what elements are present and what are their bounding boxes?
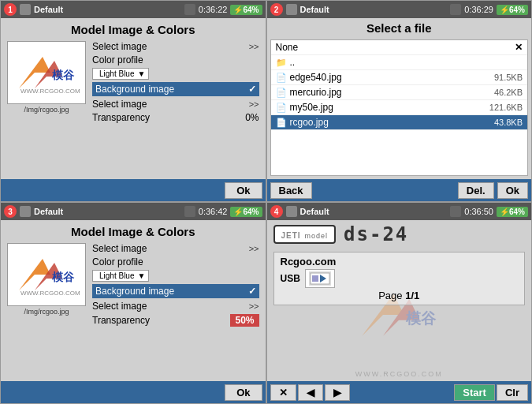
- status-icon-4: [286, 206, 297, 217]
- file-row-1[interactable]: 📄 mercurio.jpg 46.2KB: [271, 85, 528, 100]
- model-image-box-1: WWW.RCGOO.COM 模谷: [7, 41, 86, 104]
- bg-image-label-1: Background image: [95, 84, 174, 95]
- del-button[interactable]: Del.: [458, 182, 494, 199]
- transparency-value-1: 0%: [245, 112, 259, 123]
- model-img-path-3: /Img/rcgoo.jpg: [24, 308, 69, 316]
- svg-text:WWW.RCGOO.COM: WWW.RCGOO.COM: [20, 290, 80, 297]
- ok-button-2[interactable]: Ok: [497, 182, 528, 199]
- panel-4: 4 Default 0:36:50 ⚡64% JETI model ds-24: [266, 202, 533, 404]
- select-image-arrows-3[interactable]: >>: [249, 244, 259, 253]
- www-watermark: WWW.RCGOO.COM: [267, 370, 532, 378]
- folder-icon-1: 📁: [276, 58, 287, 68]
- bg-select-label-1: Select image: [92, 99, 147, 110]
- battery-4: ⚡64%: [497, 207, 528, 217]
- transparency-value-3[interactable]: 50%: [230, 314, 259, 327]
- bg-image-label-3: Background image: [95, 286, 174, 297]
- file-row-0[interactable]: 📄 edge540.jpg 91.5KB: [271, 70, 528, 85]
- status-bar-2: 2 Default 0:36:29 ⚡64%: [267, 1, 532, 18]
- panel3-content: Model Image & Colors WWW.RCGOO.COM 模谷 /I…: [1, 220, 266, 381]
- dropdown-arrow-3: ▼: [137, 271, 145, 280]
- usb-label: USB: [281, 273, 300, 284]
- none-row[interactable]: None ✕: [271, 40, 528, 55]
- panel2-content: Select a file None ✕ 📁 .. 📄 edge540.jpg …: [267, 18, 532, 179]
- ok-button-1[interactable]: Ok: [225, 182, 262, 199]
- bottom-bar-2: Back Del. Ok: [267, 179, 532, 201]
- status-square-3: [184, 206, 195, 217]
- clr-button[interactable]: Clr: [497, 384, 528, 401]
- bg-select-row-3: Select image >>: [92, 301, 259, 312]
- file-row-2[interactable]: 📄 my50e.jpg 121.6KB: [271, 100, 528, 115]
- jeti-sub: model: [305, 232, 329, 240]
- file-list: None ✕ 📁 .. 📄 edge540.jpg 91.5KB 📄 mercu…: [270, 39, 529, 176]
- color-profile-row-3: Color profile: [92, 256, 259, 267]
- bg-image-row-1[interactable]: Background image ✓: [92, 82, 259, 96]
- ok-button-3[interactable]: Ok: [225, 384, 262, 401]
- jeti-label: JETI: [281, 231, 301, 240]
- status-name-4: Default: [300, 207, 448, 216]
- battery-1: ⚡64%: [230, 5, 262, 15]
- transparency-row-3: Transparency 50%: [92, 314, 259, 327]
- arrow-left-button[interactable]: ◀: [298, 384, 323, 401]
- bg-image-check-1: ✓: [248, 84, 256, 95]
- ds24-label: ds-24: [344, 223, 408, 245]
- panel-3: 3 Default 0:36:42 ⚡64% Model Image & Col…: [0, 202, 266, 404]
- status-name-3: Default: [34, 207, 181, 216]
- svg-text:WWW.RCGOO.COM: WWW.RCGOO.COM: [20, 88, 80, 95]
- close-icon[interactable]: ✕: [515, 42, 523, 53]
- select-image-arrows-1[interactable]: >>: [249, 42, 259, 51]
- dropdown-arrow-1: ▼: [137, 69, 145, 78]
- svg-text:模谷: 模谷: [51, 69, 75, 81]
- panel-2: 2 Default 0:36:29 ⚡64% Select a file Non…: [266, 0, 533, 202]
- back-button[interactable]: Back: [270, 182, 312, 199]
- status-bar-4: 4 Default 0:36:50 ⚡64%: [267, 203, 532, 220]
- status-icon-1: [20, 4, 31, 15]
- panel-number-2: 2: [270, 3, 283, 16]
- model-img-path-1: /Img/rcgoo.jpg: [24, 106, 69, 114]
- bg-select-arrows-1[interactable]: >>: [249, 99, 259, 109]
- panel-number-3: 3: [4, 205, 17, 218]
- status-time-4: 0:36:50: [464, 207, 493, 216]
- panel1-title: Model Image & Colors: [7, 23, 259, 36]
- page-display: Page 1/1: [281, 290, 519, 301]
- bottom-bar-3: Ok: [1, 381, 266, 403]
- panel4-body: 模谷 WWW.RCGOO.COM Rcgoo.com USB: [267, 249, 532, 381]
- status-time-1: 0:36:22: [199, 5, 228, 14]
- tool-button[interactable]: ✕: [270, 384, 296, 401]
- bg-select-arrows-3[interactable]: >>: [249, 301, 259, 311]
- bg-image-row-3[interactable]: Background image ✓: [92, 284, 259, 298]
- select-image-label-3: Select image: [92, 243, 147, 254]
- file-icon-0: 📄: [276, 73, 287, 83]
- status-icon-2: [286, 4, 297, 15]
- color-profile-row-1: Color profile: [92, 54, 259, 65]
- select-image-label-1: Select image: [92, 41, 147, 52]
- model-controls-1: Select image >> Color profile Light Blue…: [92, 41, 259, 125]
- color-value-row-3: Light Blue ▼: [92, 270, 259, 282]
- panel1-content: Model Image & Colors WWW.RCGOO.COM 模谷: [1, 18, 266, 179]
- color-select-1[interactable]: Light Blue ▼: [92, 68, 149, 80]
- svg-text:模谷: 模谷: [406, 310, 437, 327]
- status-name-1: Default: [34, 5, 181, 14]
- status-square-2: [450, 4, 461, 15]
- bottom-bar-4: ✕ ◀ ▶ Start Clr: [267, 381, 532, 403]
- page-value: 1/1: [405, 290, 419, 301]
- status-icon-3: [20, 206, 31, 217]
- status-time-2: 0:36:29: [464, 5, 493, 14]
- file-row-dotdot[interactable]: 📁 ..: [271, 55, 528, 70]
- start-button[interactable]: Start: [454, 384, 495, 401]
- battery-2: ⚡64%: [497, 5, 528, 15]
- file-row-3[interactable]: 📄 rcgoo.jpg 43.8KB: [271, 115, 528, 130]
- usb-row: USB: [281, 269, 519, 288]
- status-square-1: [184, 4, 195, 15]
- model-layout-3: WWW.RCGOO.COM 模谷 /Img/rcgoo.jpg Select i…: [7, 243, 259, 329]
- svg-rect-16: [312, 275, 318, 282]
- model-controls-3: Select image >> Color profile Light Blue…: [92, 243, 259, 329]
- arrow-right-button[interactable]: ▶: [325, 384, 350, 401]
- usb-icon: [305, 269, 335, 288]
- file-icon-2: 📄: [276, 103, 287, 113]
- status-time-3: 0:36:42: [199, 207, 228, 216]
- rcgoo-area: Rcgoo.com USB Page: [273, 252, 526, 305]
- panel2-title: Select a file: [270, 21, 529, 35]
- color-select-3[interactable]: Light Blue ▼: [92, 270, 149, 282]
- transparency-label-1: Transparency: [92, 112, 150, 123]
- color-profile-label-1: Color profile: [92, 54, 143, 65]
